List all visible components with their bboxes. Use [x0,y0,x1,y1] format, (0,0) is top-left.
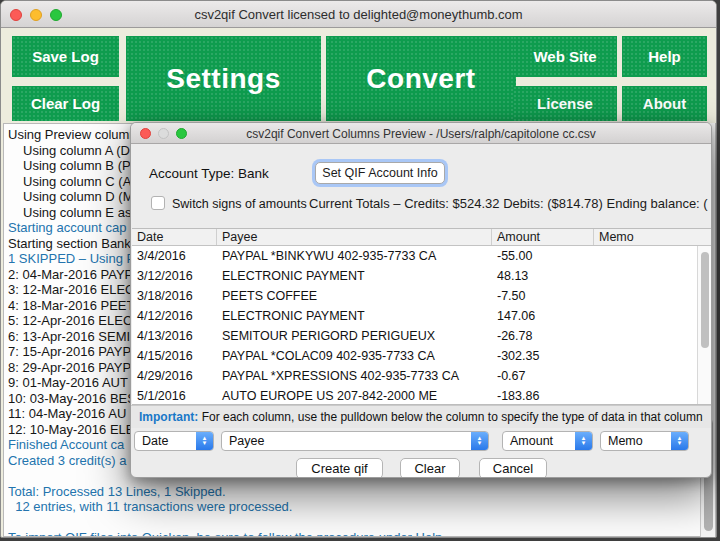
column-type-dropdown[interactable]: Date ▲▼ [134,431,214,451]
license-button[interactable]: License [513,86,617,121]
cell-payee: PAYPAL *XPRESSIONS 402-935-7733 CA [217,369,492,383]
table-row[interactable]: 4/29/2016 PAYPAL *XPRESSIONS 402-935-773… [132,366,697,386]
cell-amount: 147.06 [492,309,594,323]
cell-date: 3/4/2016 [132,249,217,263]
cell-payee: SEMITOUR PERIGORD PERIGUEUX [217,329,492,343]
cell-date: 3/18/2016 [132,289,217,303]
cell-amount: -7.50 [492,289,594,303]
cell-amount: -183.86 [492,389,594,403]
dropdown-selected-value: Payee [229,434,264,448]
table-row[interactable]: 4/13/2016 SEMITOUR PERIGORD PERIGUEUX -2… [132,326,697,346]
clear-button[interactable]: Clear [400,458,460,478]
log-line: 12 entries, with 11 transactions were pr… [8,499,715,515]
log-line: To import QIF files into Quicken, be sur… [8,530,715,537]
dialog-titlebar: csv2qif Convert Columns Preview - /Users… [131,123,711,144]
switch-signs-checkbox[interactable] [151,196,165,210]
chevron-up-down-icon: ▲▼ [671,432,688,450]
cell-payee: PAYPAL *BINKYWU 402-935-7733 CA [217,249,492,263]
table-column-header[interactable]: Payee [217,229,492,245]
table-column-header[interactable]: Date [132,229,217,245]
log-line: Total: Processed 13 Lines, 1 Skipped. [8,484,715,500]
column-type-dropdown[interactable]: Memo ▲▼ [600,431,689,451]
create-qif-button[interactable]: Create qif [296,458,383,478]
important-note: Important: For each column, use the pull… [131,405,711,428]
cell-date: 3/12/2016 [132,269,217,283]
preview-table: DatePayeeAmountMemo 3/4/2016 PAYPAL *BIN… [132,228,712,405]
clear-log-button[interactable]: Clear Log [12,86,119,121]
cell-date: 4/29/2016 [132,369,217,383]
table-row[interactable]: 3/4/2016 PAYPAL *BINKYWU 402-935-7733 CA… [132,246,697,266]
cell-date: 5/1/2016 [132,389,217,403]
cell-date: 4/12/2016 [132,309,217,323]
chevron-up-down-icon: ▲▼ [575,432,592,450]
switch-signs-label: Switch signs of amounts [172,197,307,211]
save-log-button[interactable]: Save Log [12,36,119,77]
table-row[interactable]: 3/12/2016 ELECTRONIC PAYMENT 48.13 [132,266,697,286]
cell-amount: -302.35 [492,349,594,363]
dropdown-selected-value: Amount [510,434,553,448]
table-body: 3/4/2016 PAYPAL *BINKYWU 402-935-7733 CA… [132,246,697,404]
columns-preview-dialog: csv2qif Convert Columns Preview - /Users… [130,122,712,478]
cancel-button[interactable]: Cancel [479,458,547,478]
column-type-dropdown[interactable]: Amount ▲▼ [502,431,593,451]
dropdown-selected-value: Memo [608,434,643,448]
log-line [8,515,715,531]
chevron-up-down-icon: ▲▼ [196,432,213,450]
cell-date: 4/13/2016 [132,329,217,343]
convert-button[interactable]: Convert [326,36,516,121]
web-site-button[interactable]: Web Site [513,36,617,77]
cell-payee: ELECTRONIC PAYMENT [217,309,492,323]
cell-payee: ELECTRONIC PAYMENT [217,269,492,283]
table-scrollbar-thumb[interactable] [701,252,709,348]
table-scrollbar[interactable] [697,246,712,404]
main-window-title: csv2qif Convert licensed to delighted@mo… [1,7,716,22]
cell-payee: PEETS COFFEE [217,289,492,303]
set-qif-account-info-button[interactable]: Set QIF Account Info [315,162,445,184]
table-row[interactable]: 5/1/2016 AUTO EUROPE US 207-842-2000 ME … [132,386,697,404]
table-column-header[interactable]: Amount [492,229,594,245]
cell-amount: -0.67 [492,369,594,383]
account-type-label: Account Type: Bank [149,166,269,181]
about-button[interactable]: About [622,86,707,121]
main-titlebar: csv2qif Convert licensed to delighted@mo… [1,1,716,28]
column-type-dropdown[interactable]: Payee ▲▼ [221,431,489,451]
important-label: Important: [139,410,198,424]
cell-payee: AUTO EUROPE US 207-842-2000 ME [217,389,492,403]
cell-amount: -26.78 [492,329,594,343]
settings-button[interactable]: Settings [126,36,321,121]
table-row[interactable]: 3/18/2016 PEETS COFFEE -7.50 [132,286,697,306]
table-header-row: DatePayeeAmountMemo [132,229,712,246]
current-totals-text: Current Totals – Credits: $524.32 Debits… [309,196,711,211]
dialog-title: csv2qif Convert Columns Preview - /Users… [131,127,711,141]
cell-amount: 48.13 [492,269,594,283]
cell-amount: -55.00 [492,249,594,263]
cell-payee: PAYPAL *COLAC09 402-935-7733 CA [217,349,492,363]
important-text: For each column, use the pulldown below … [198,410,702,424]
chevron-up-down-icon: ▲▼ [471,432,488,450]
help-button[interactable]: Help [622,36,707,77]
dropdown-selected-value: Date [142,434,168,448]
table-row[interactable]: 4/12/2016 ELECTRONIC PAYMENT 147.06 [132,306,697,326]
toolbar: Save Log Clear Log Settings Convert Web … [1,28,716,123]
table-row[interactable]: 4/15/2016 PAYPAL *COLAC09 402-935-7733 C… [132,346,697,366]
table-column-header[interactable]: Memo [594,229,697,245]
cell-date: 4/15/2016 [132,349,217,363]
